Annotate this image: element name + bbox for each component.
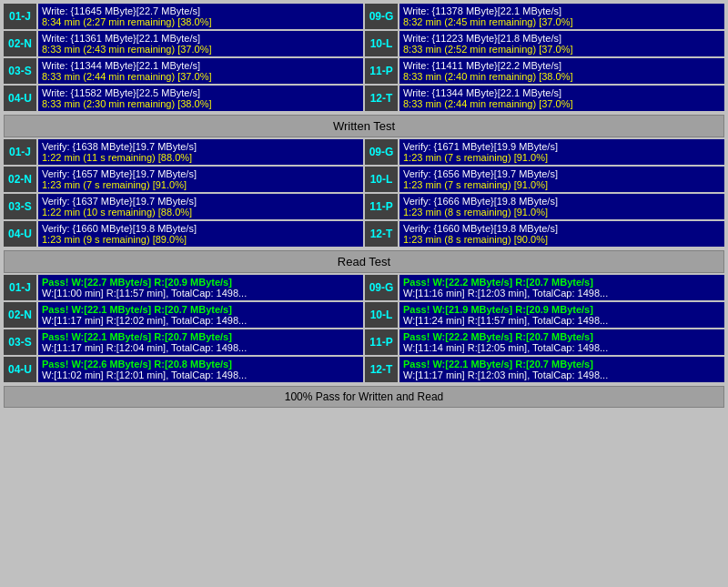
verify-line2-11p: 1:23 min (8 s remaining) [91.0%] [403,207,721,218]
table-row: 11-P Write: {11411 MByte}[22.2 MByte/s] … [365,58,724,84]
written-test-header: Written Test [4,115,724,137]
read-line2-09g: W:[11:16 min] R:[12:03 min], TotalCap: 1… [403,288,721,299]
cell-id-09g-verify: 09-G [365,139,398,165]
read-section: 01-J Pass! W:[22.7 MByte/s] R:[20.9 MByt… [4,275,724,382]
cell-data-02n-read: Pass! W:[22.1 MByte/s] R:[20.7 MByte/s] … [38,302,363,328]
cell-id-11p-write: 11-P [365,58,398,84]
table-row: 02-N Pass! W:[22.1 MByte/s] R:[20.7 MByt… [4,302,363,328]
cell-data-04u-write: Write: {11582 MByte}[22.5 MByte/s] 8:33 … [38,86,363,111]
cell-id-01j-read: 01-J [4,275,36,300]
verify-line2-12t: 1:23 min (8 s remaining) [90.0%] [403,234,721,245]
cell-id-11p-verify: 11-P [365,194,398,219]
write-line1-10l: Write: {11223 MByte}[21.8 MByte/s] [403,33,721,44]
cell-data-11p-write: Write: {11411 MByte}[22.2 MByte/s] 8:33 … [399,58,724,84]
write-line1-02n: Write: {11361 MByte}[22.1 MByte/s] [42,33,359,44]
read-line1-09g: Pass! W:[22.2 MByte/s] R:[20.7 MByte/s] [403,277,721,288]
cell-id-12t-verify: 12-T [365,221,398,247]
cell-data-02n-verify: Verify: {1657 MByte}[19.7 MByte/s] 1:23 … [38,167,363,192]
cell-id-03s-write: 03-S [4,58,36,84]
write-line1-03s: Write: {11344 MByte}[22.1 MByte/s] [42,60,359,71]
table-row: 12-T Write: {11344 MByte}[22.1 MByte/s] … [365,86,724,111]
cell-id-01j-verify: 01-J [4,139,36,165]
read-line2-04u: W:[11:02 min] R:[12:01 min], TotalCap: 1… [42,369,359,380]
cell-data-10l-verify: Verify: {1656 MByte}[19.7 MByte/s] 1:23 … [399,167,724,192]
main-container: 01-J Write: {11645 MByte}[22.7 MByte/s] … [0,0,728,411]
verify-line1-12t: Verify: {1660 MByte}[19.8 MByte/s] [403,223,721,234]
table-row: 01-J Verify: {1638 MByte}[19.7 MByte/s] … [4,139,363,165]
cell-id-02n-read: 02-N [4,302,36,328]
write-line1-12t: Write: {11344 MByte}[22.1 MByte/s] [403,87,721,98]
verify-line1-09g: Verify: {1671 MByte}[19.9 MByte/s] [403,141,721,152]
verify-line1-11p: Verify: {1666 MByte}[19.8 MByte/s] [403,196,721,207]
write-line2-11p: 8:33 min (2:40 min remaining) [38.0%] [403,71,721,82]
table-row: 09-G Write: {11378 MByte}[22.1 MByte/s] … [365,4,724,29]
cell-data-03s-read: Pass! W:[22.1 MByte/s] R:[20.7 MByte/s] … [38,329,363,355]
cell-id-11p-read: 11-P [365,329,398,355]
table-row: 01-J Pass! W:[22.7 MByte/s] R:[20.9 MByt… [4,275,363,300]
verify-line2-01j: 1:22 min (11 s remaining) [88.0%] [42,152,359,163]
table-row: 12-T Verify: {1660 MByte}[19.8 MByte/s] … [365,221,724,247]
write-line2-04u: 8:33 min (2:30 min remaining) [38.0%] [42,98,359,109]
cell-data-09g-verify: Verify: {1671 MByte}[19.9 MByte/s] 1:23 … [399,139,724,165]
table-row: 03-S Write: {11344 MByte}[22.1 MByte/s] … [4,58,363,84]
table-row: 04-U Verify: {1660 MByte}[19.8 MByte/s] … [4,221,363,247]
cell-data-12t-verify: Verify: {1660 MByte}[19.8 MByte/s] 1:23 … [399,221,724,247]
read-line1-03s: Pass! W:[22.1 MByte/s] R:[20.7 MByte/s] [42,331,359,342]
cell-data-01j-write: Write: {11645 MByte}[22.7 MByte/s] 8:34 … [38,4,363,29]
table-row: 02-N Verify: {1657 MByte}[19.7 MByte/s] … [4,167,363,192]
cell-data-09g-read: Pass! W:[22.2 MByte/s] R:[20.7 MByte/s] … [399,275,724,300]
cell-id-04u-read: 04-U [4,357,36,382]
cell-data-03s-verify: Verify: {1637 MByte}[19.7 MByte/s] 1:22 … [38,194,363,219]
read-grid: 01-J Pass! W:[22.7 MByte/s] R:[20.9 MByt… [4,275,724,382]
verify-line2-02n: 1:23 min (7 s remaining) [91.0%] [42,179,359,190]
cell-id-09g-read: 09-G [365,275,398,300]
cell-id-01j-write: 01-J [4,4,36,29]
table-row: 11-P Verify: {1666 MByte}[19.8 MByte/s] … [365,194,724,219]
write-line1-01j: Write: {11645 MByte}[22.7 MByte/s] [42,5,359,16]
write-section: 01-J Write: {11645 MByte}[22.7 MByte/s] … [4,4,724,111]
final-status-bar: 100% Pass for Written and Read [4,386,724,408]
write-line2-03s: 8:33 min (2:44 min remaining) [37.0%] [42,71,359,82]
cell-data-12t-read: Pass! W:[22.1 MByte/s] R:[20.7 MByte/s] … [399,357,724,382]
cell-id-10l-verify: 10-L [365,167,398,192]
table-row: 02-N Write: {11361 MByte}[22.1 MByte/s] … [4,31,363,56]
verify-grid: 01-J Verify: {1638 MByte}[19.7 MByte/s] … [4,139,724,247]
write-grid: 01-J Write: {11645 MByte}[22.7 MByte/s] … [4,4,724,111]
cell-id-04u-write: 04-U [4,86,36,111]
verify-line2-04u: 1:23 min (9 s remaining) [89.0%] [42,234,359,245]
verify-line2-09g: 1:23 min (7 s remaining) [91.0%] [403,152,721,163]
cell-id-12t-read: 12-T [365,357,398,382]
read-line1-11p: Pass! W:[22.2 MByte/s] R:[20.7 MByte/s] [403,331,721,342]
table-row: 09-G Pass! W:[22.2 MByte/s] R:[20.7 MByt… [365,275,724,300]
cell-id-10l-write: 10-L [365,31,398,56]
cell-data-01j-verify: Verify: {1638 MByte}[19.7 MByte/s] 1:22 … [38,139,363,165]
read-line1-02n: Pass! W:[22.1 MByte/s] R:[20.7 MByte/s] [42,304,359,315]
table-row: 10-L Pass! W:[21.9 MByte/s] R:[20.9 MByt… [365,302,724,328]
cell-data-11p-read: Pass! W:[22.2 MByte/s] R:[20.7 MByte/s] … [399,329,724,355]
write-line1-04u: Write: {11582 MByte}[22.5 MByte/s] [42,87,359,98]
cell-id-10l-read: 10-L [365,302,398,328]
verify-section: 01-J Verify: {1638 MByte}[19.7 MByte/s] … [4,139,724,247]
verify-line1-03s: Verify: {1637 MByte}[19.7 MByte/s] [42,196,359,207]
read-line2-10l: W:[11:24 min] R:[11:57 min], TotalCap: 1… [403,315,721,326]
cell-data-01j-read: Pass! W:[22.7 MByte/s] R:[20.9 MByte/s] … [38,275,363,300]
table-row: 04-U Pass! W:[22.6 MByte/s] R:[20.8 MByt… [4,357,363,382]
cell-data-12t-write: Write: {11344 MByte}[22.1 MByte/s] 8:33 … [399,86,724,111]
read-line2-02n: W:[11:17 min] R:[12:02 min], TotalCap: 1… [42,315,359,326]
cell-data-04u-verify: Verify: {1660 MByte}[19.8 MByte/s] 1:23 … [38,221,363,247]
table-row: 03-S Pass! W:[22.1 MByte/s] R:[20.7 MByt… [4,329,363,355]
table-row: 09-G Verify: {1671 MByte}[19.9 MByte/s] … [365,139,724,165]
write-line2-09g: 8:32 min (2:45 min remaining) [37.0%] [403,16,721,27]
read-line1-12t: Pass! W:[22.1 MByte/s] R:[20.7 MByte/s] [403,359,721,369]
read-line1-10l: Pass! W:[21.9 MByte/s] R:[20.9 MByte/s] [403,304,721,315]
read-line2-11p: W:[11:14 min] R:[12:05 min], TotalCap: 1… [403,342,721,353]
read-line1-01j: Pass! W:[22.7 MByte/s] R:[20.9 MByte/s] [42,277,359,288]
read-line2-03s: W:[11:17 min] R:[12:04 min], TotalCap: 1… [42,342,359,353]
verify-line1-01j: Verify: {1638 MByte}[19.7 MByte/s] [42,141,359,152]
cell-id-12t-write: 12-T [365,86,398,111]
read-line2-01j: W:[11:00 min] R:[11:57 min], TotalCap: 1… [42,288,359,299]
cell-id-09g-write: 09-G [365,4,398,29]
verify-line1-04u: Verify: {1660 MByte}[19.8 MByte/s] [42,223,359,234]
cell-id-04u-verify: 04-U [4,221,36,247]
table-row: 11-P Pass! W:[22.2 MByte/s] R:[20.7 MByt… [365,329,724,355]
